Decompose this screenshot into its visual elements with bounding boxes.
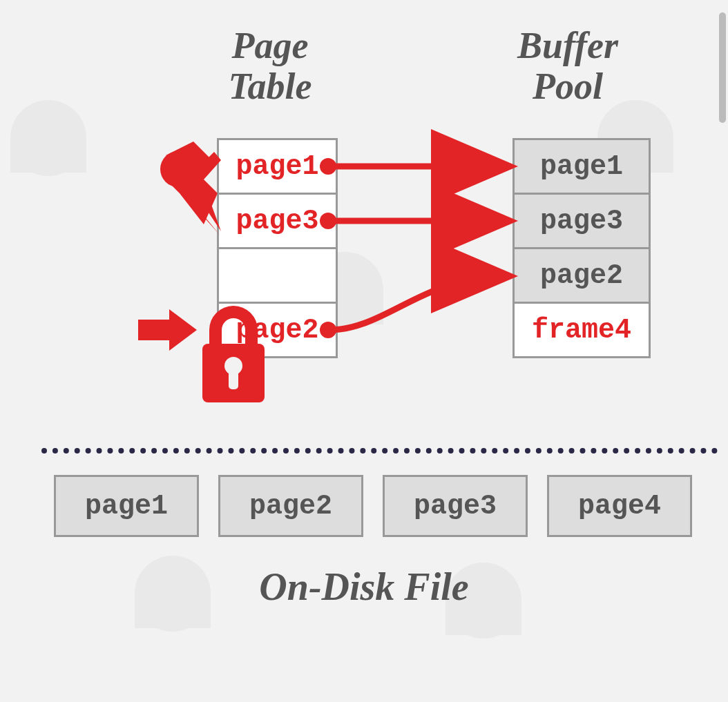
disk-page-0-label: page1 [85,491,168,522]
disk-page-2: page3 [383,475,528,537]
on-disk-title-label: On-Disk File [259,565,468,608]
on-disk-title: On-Disk File [0,566,728,609]
disk-page-1: page2 [218,475,363,537]
pointer-arrow-2 [328,276,506,330]
svg-rect-19 [229,370,238,389]
memory-disk-divider [41,448,718,454]
disk-page-3-label: page4 [578,491,661,522]
disk-page-3: page4 [547,475,692,537]
disk-page-2-label: page3 [414,491,497,522]
pointer-arrows [0,0,728,449]
pin-icon [138,145,228,242]
disk-page-1-label: page2 [249,491,332,522]
current-arrow-icon [135,309,200,351]
svg-marker-16 [138,309,197,351]
lock-icon [192,302,275,409]
svg-rect-13 [202,214,204,217]
disk-page-0: page1 [54,475,199,537]
